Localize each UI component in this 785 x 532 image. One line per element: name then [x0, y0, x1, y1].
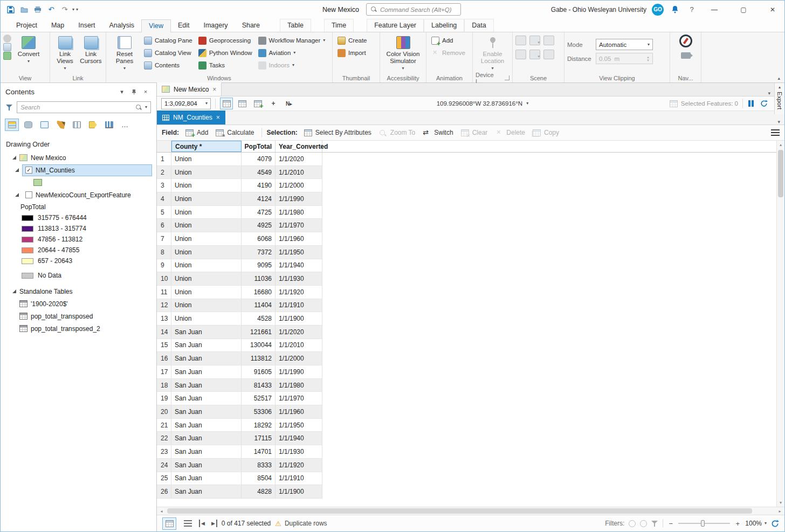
- table-cell[interactable]: Union: [171, 246, 242, 259]
- ribbon-tab-data[interactable]: Data: [464, 19, 493, 32]
- reset-panes-button[interactable]: Reset Panes ▾: [109, 34, 140, 72]
- table-row[interactable]: 26San Juan48281/1/1900: [157, 485, 776, 499]
- row-number-cell[interactable]: 20: [157, 405, 171, 419]
- table-cell[interactable]: 4190: [242, 179, 276, 192]
- table-cell[interactable]: 1/1/1980: [276, 206, 322, 219]
- table-cell[interactable]: 18292: [242, 419, 276, 432]
- add-animation-button[interactable]: Add: [429, 34, 467, 46]
- close-tab-icon[interactable]: ×: [212, 86, 216, 93]
- table-view-button[interactable]: [162, 517, 176, 530]
- duplicate-rows-warning[interactable]: ⚠ Duplicate rows: [275, 520, 327, 528]
- ribbon-tab-project[interactable]: Project: [9, 19, 44, 32]
- link-cursors-button[interactable]: Link Cursors: [79, 34, 103, 66]
- close-tab-icon[interactable]: ×: [216, 114, 220, 121]
- maximize-button[interactable]: ▢: [732, 1, 755, 18]
- scrollbar-thumb[interactable]: [167, 508, 752, 514]
- list-by-snapping-button[interactable]: [70, 119, 84, 131]
- avatar[interactable]: GO: [652, 4, 664, 16]
- expander-icon[interactable]: [15, 168, 19, 172]
- workflow-manager-button[interactable]: Workflow Manager▾: [256, 34, 328, 46]
- table-cell[interactable]: 1/1/1910: [276, 472, 322, 486]
- table-cell[interactable]: Union: [171, 312, 242, 326]
- aviation-button[interactable]: Aviation▾: [256, 47, 328, 59]
- ribbon-tab-labeling[interactable]: Labeling: [424, 19, 464, 32]
- table-view-toggle-icon[interactable]: [220, 98, 233, 109]
- first-record-button[interactable]: ◀: [199, 520, 206, 527]
- table-cell[interactable]: 1/1/1930: [276, 445, 322, 459]
- convert-button[interactable]: Convert ▾: [13, 34, 44, 65]
- last-record-button[interactable]: ▶: [210, 520, 217, 527]
- row-number-cell[interactable]: 7: [157, 232, 171, 246]
- calculate-button[interactable]: Calculate: [212, 127, 257, 138]
- table-cell[interactable]: 1/1/2020: [276, 153, 322, 166]
- tree-item-map[interactable]: New Mexico: [1, 151, 156, 164]
- table-row[interactable]: 4Union41241/1/1990: [157, 192, 776, 206]
- table-cell[interactable]: Union: [171, 153, 242, 166]
- add-table-icon[interactable]: [251, 98, 264, 109]
- table-cell[interactable]: 1/1/1900: [276, 312, 322, 326]
- row-number-cell[interactable]: 14: [157, 326, 171, 339]
- table-cell[interactable]: 1/1/1990: [276, 192, 322, 206]
- tree-item-nm-counties[interactable]: NM_Counties: [1, 164, 156, 176]
- row-number-cell[interactable]: 5: [157, 206, 171, 219]
- table-row[interactable]: 21San Juan182921/1/1950: [157, 419, 776, 432]
- ribbon-tab-map[interactable]: Map: [44, 19, 71, 32]
- select-by-attributes-button[interactable]: Select By Attributes: [301, 127, 375, 138]
- ribbon-tab-table[interactable]: Table: [280, 19, 311, 32]
- list-by-editing-button[interactable]: [53, 119, 67, 131]
- table-cell[interactable]: 52517: [242, 392, 276, 405]
- remove-animation-button[interactable]: Remove: [429, 47, 467, 59]
- row-number-cell[interactable]: 26: [157, 485, 171, 499]
- table-cell[interactable]: 4549: [242, 166, 276, 179]
- table-row[interactable]: 16San Juan1138121/1/2000: [157, 352, 776, 365]
- customize-quick-access-icon[interactable]: ▾: [76, 8, 78, 12]
- search-input[interactable]: Search ▾: [17, 101, 151, 113]
- row-number-cell[interactable]: 25: [157, 472, 171, 486]
- slider-thumb[interactable]: [701, 520, 705, 527]
- table-cell[interactable]: 1/1/1940: [276, 432, 322, 445]
- table-row[interactable]: 17San Juan916051/1/1990: [157, 365, 776, 379]
- column-header-county[interactable]: County *: [171, 141, 242, 152]
- table-cell[interactable]: San Juan: [171, 485, 242, 499]
- map-view-tab[interactable]: New Mexico ×: [157, 82, 222, 96]
- row-number-cell[interactable]: 13: [157, 312, 171, 326]
- close-button[interactable]: ✕: [761, 1, 784, 18]
- copy-button[interactable]: Copy: [529, 127, 562, 138]
- table-cell[interactable]: 1/1/1930: [276, 272, 322, 286]
- add-button[interactable]: Add: [182, 127, 211, 138]
- table-cell[interactable]: 4925: [242, 219, 276, 232]
- table-cell[interactable]: 4725: [242, 206, 276, 219]
- table-cell[interactable]: 1/1/2020: [276, 326, 322, 339]
- table-cell[interactable]: 1/1/2000: [276, 179, 322, 192]
- row-number-cell[interactable]: 3: [157, 179, 171, 192]
- delete-button[interactable]: Delete: [492, 127, 528, 138]
- tasks-button[interactable]: Tasks: [196, 59, 254, 71]
- crosshair-icon[interactable]: +: [267, 98, 280, 109]
- layer-checkbox[interactable]: [25, 191, 32, 198]
- table-cell[interactable]: Union: [171, 232, 242, 246]
- table-row[interactable]: 3Union41901/1/2000: [157, 179, 776, 192]
- table-row[interactable]: 6Union49251/1/1970: [157, 219, 776, 232]
- horizontal-scrollbar[interactable]: ◂ ▸: [157, 507, 784, 515]
- table-cell[interactable]: Union: [171, 219, 242, 232]
- tab-overflow-icon[interactable]: ▾: [777, 119, 784, 125]
- table-cell[interactable]: San Juan: [171, 459, 242, 472]
- table-cell[interactable]: 1/1/2000: [276, 352, 322, 365]
- table-cell[interactable]: 7372: [242, 246, 276, 259]
- view-tool-viewport-icon[interactable]: [3, 52, 11, 60]
- scroll-down-icon[interactable]: ▾: [777, 499, 784, 507]
- vertical-scrollbar[interactable]: ▴ ▾: [776, 141, 784, 507]
- help-icon[interactable]: ?: [686, 5, 697, 13]
- table-row[interactable]: 25San Juan85041/1/1910: [157, 472, 776, 486]
- expander-icon[interactable]: [12, 289, 16, 293]
- table-row[interactable]: 11Union166801/1/1920: [157, 286, 776, 299]
- table-cell[interactable]: 9095: [242, 259, 276, 273]
- table-cell[interactable]: 1/1/1960: [276, 232, 322, 246]
- zoom-in-icon[interactable]: +: [734, 520, 741, 528]
- catalog-view-button[interactable]: Catalog View: [142, 47, 195, 59]
- table-cell[interactable]: Union: [171, 272, 242, 286]
- column-header-poptotal[interactable]: PopTotal: [242, 141, 276, 152]
- table-cell[interactable]: 1/1/1900: [276, 485, 322, 499]
- row-number-cell[interactable]: 10: [157, 272, 171, 286]
- row-number-cell[interactable]: 15: [157, 339, 171, 353]
